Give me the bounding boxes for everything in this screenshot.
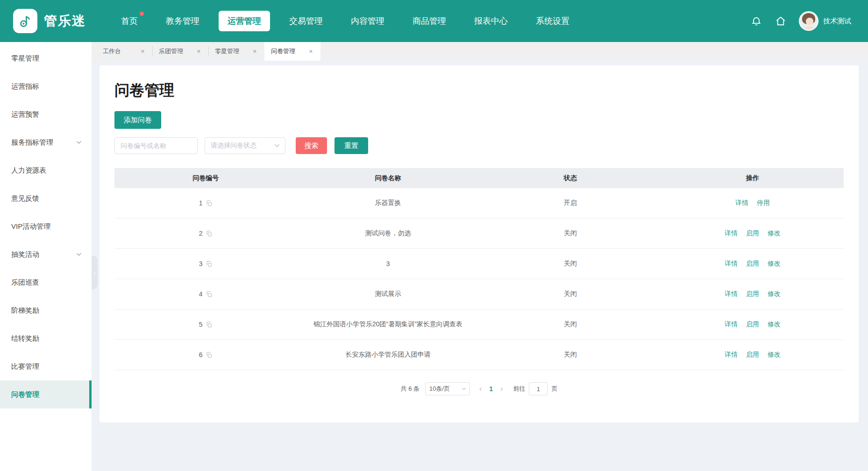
sidebar-item-yunying-zhibiao[interactable]: 运营指标 [0,72,92,100]
table-row: 6 长安东路小学管乐团入团申请 关闭 详情 启用 修改 [114,340,844,370]
search-button[interactable]: 搜索 [296,137,327,154]
status-select[interactable]: 请选择问卷状态 [205,137,285,154]
row-status: 关闭 [479,351,662,359]
user-name: 技术测试 [823,17,851,26]
copy-icon[interactable] [206,260,213,267]
row-id: 5 [199,321,203,328]
copy-icon[interactable] [206,321,213,328]
goto-unit: 页 [551,385,557,393]
action-enable-link[interactable]: 启用 [746,229,759,238]
filter-row: 请选择问卷状态 搜索 重置 [114,137,844,154]
add-questionnaire-button[interactable]: 添加问卷 [114,111,161,129]
pagination: 共 6 条 10条/页 ‹ 1 › 前往 页 [114,382,844,395]
row-name: 长安东路小学管乐团入团申请 [297,351,479,359]
close-icon[interactable]: ✕ [140,48,146,55]
close-icon[interactable]: ✕ [252,48,258,55]
tab-workbench[interactable]: 工作台✕ [96,42,152,61]
tab-yuetuan[interactable]: 乐团管理✕ [152,42,208,61]
nav-item-settings[interactable]: 系统设置 [527,11,578,31]
copy-icon[interactable] [206,230,213,237]
action-enable-link[interactable]: 启用 [746,290,759,298]
search-input[interactable] [114,137,198,154]
action-modify-link[interactable]: 修改 [768,290,781,298]
sidebar-item-yijian-fankui[interactable]: 意见反馈 [0,184,92,212]
user-menu[interactable]: 技术测试 [799,11,851,31]
sidebar-item-bisai[interactable]: 比赛管理 [0,352,92,380]
action-modify-link[interactable]: 修改 [768,260,781,268]
action-modify-link[interactable]: 修改 [768,320,781,329]
action-modify-link[interactable]: 修改 [768,229,781,238]
action-detail-link[interactable]: 详情 [725,320,738,329]
chevron-down-icon [76,139,82,146]
action-enable-link[interactable]: 启用 [746,320,759,329]
notification-dot [140,12,144,16]
action-detail-link[interactable]: 详情 [735,199,748,207]
chevron-down-icon [461,386,467,392]
brand-name: 管乐迷 [44,12,86,30]
action-detail-link[interactable]: 详情 [725,229,738,238]
page-card: 问卷管理 添加问卷 请选择问卷状态 搜索 重置 问卷编号 问卷名称 状态 操作 [100,65,859,422]
prev-page-button[interactable]: ‹ [477,385,484,393]
row-id: 2 [199,230,203,237]
nav-item-reports[interactable]: 报表中心 [465,11,517,31]
nav-item-academic[interactable]: 教务管理 [157,11,208,31]
copy-icon[interactable] [206,200,213,207]
sidebar-item-fuwu-zhibiao[interactable]: 服务指标管理 [0,128,92,156]
row-status: 开启 [479,199,662,207]
table-row: 4 测试展示 关闭 详情 启用 修改 [114,279,844,309]
page-title: 问卷管理 [114,80,844,101]
row-id: 3 [199,260,203,267]
action-modify-link[interactable]: 修改 [768,351,781,359]
action-detail-link[interactable]: 详情 [725,290,738,298]
main-nav: 首页 教务管理 运营管理 交易管理 内容管理 商品管理 报表中心 系统设置 [112,11,578,31]
row-name: 3 [297,260,479,267]
copy-icon[interactable] [206,291,213,298]
row-name: 测试展示 [297,290,479,298]
row-status: 关闭 [479,320,662,329]
page-size-select[interactable]: 10条/页 [425,382,470,395]
bell-icon[interactable] [750,15,762,27]
row-id: 1 [199,199,203,207]
nav-item-goods[interactable]: 商品管理 [404,11,455,31]
sidebar-item-renli-ziyuan[interactable]: 人力资源表 [0,156,92,184]
sidebar-item-lingxing[interactable]: 零星管理 [0,44,92,72]
row-id: 6 [199,351,203,359]
action-detail-link[interactable]: 详情 [725,260,738,268]
nav-item-operations[interactable]: 运营管理 [219,11,270,31]
next-page-button[interactable]: › [498,385,505,393]
column-header-name: 问卷名称 [297,174,479,183]
home-icon[interactable] [775,15,787,27]
reset-button[interactable]: 重置 [334,137,368,154]
nav-item-trade[interactable]: 交易管理 [280,11,332,31]
sidebar-item-yunying-yujing[interactable]: 运营预警 [0,100,92,128]
sidebar-item-jieti-jiangli[interactable]: 阶梯奖励 [0,296,92,324]
close-icon[interactable]: ✕ [196,48,202,55]
goto-page-input[interactable] [529,382,548,395]
page-number-1[interactable]: 1 [484,385,498,393]
tab-wenjuan[interactable]: 问卷管理✕ [264,42,320,61]
top-navbar: 管乐迷 首页 教务管理 运营管理 交易管理 内容管理 商品管理 报表中心 系统设… [0,0,868,42]
table-row: 1 乐器置换 开启 详情 停用 [114,188,844,218]
open-tabs-bar: 工作台✕ 乐团管理✕ 零星管理✕ 问卷管理✕ [92,42,868,61]
avatar [799,11,818,31]
tab-lingxing[interactable]: 零星管理✕ [208,42,264,61]
action-enable-link[interactable]: 启用 [746,351,759,359]
table-row: 3 3 关闭 详情 启用 修改 [114,249,844,279]
copy-icon[interactable] [206,351,213,359]
row-name: 测试问卷，勿选 [297,229,479,238]
row-status: 关闭 [479,260,662,268]
sidebar-item-jiezhuan-jiangli[interactable]: 结转奖励 [0,324,92,352]
chevron-down-icon [274,142,280,149]
column-header-actions: 操作 [662,174,844,183]
action-disable-link[interactable]: 停用 [757,199,770,207]
action-enable-link[interactable]: 启用 [746,260,759,268]
sidebar-item-wenjuan[interactable]: 问卷管理 [0,380,92,408]
sidebar-item-vip-huodong[interactable]: VIP活动管理 [0,212,92,240]
nav-item-content[interactable]: 内容管理 [342,11,393,31]
action-detail-link[interactable]: 详情 [725,351,738,359]
close-icon[interactable]: ✕ [308,48,314,55]
sidebar-collapse-handle[interactable]: ‹ [92,256,98,289]
nav-item-home[interactable]: 首页 [112,11,147,31]
sidebar-item-choujiang[interactable]: 抽奖活动 [0,240,92,268]
sidebar-item-yuetuan-xuncha[interactable]: 乐团巡查 [0,268,92,296]
